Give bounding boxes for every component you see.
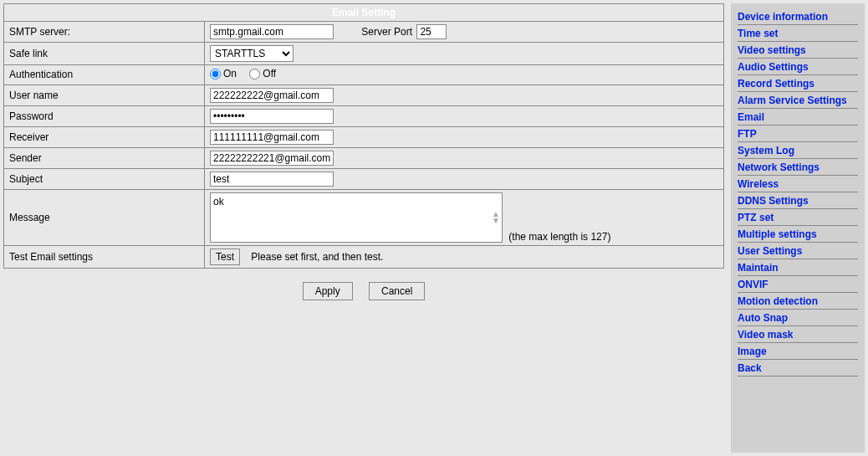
safe-link-select[interactable]: STARTTLS [210,45,294,62]
subject-input[interactable] [210,172,334,187]
message-cell: ok ▲▼ (the max length is 127) [205,189,724,245]
sidebar-item-network-settings[interactable]: Network Settings [738,159,858,176]
receiver-label: Receiver [4,126,205,147]
sidebar-item-image[interactable]: Image [738,343,858,360]
message-label: Message [4,189,205,245]
username-input[interactable] [210,88,334,103]
sidebar-item-device-information[interactable]: Device information [738,8,858,25]
smtp-label: SMTP server: [4,22,205,43]
test-cell: Test Please set first, and then test. [205,245,724,268]
form-title: Email Setting [4,4,724,22]
sidebar-item-multiple-settings[interactable]: Multiple settings [738,226,858,243]
server-port-input[interactable] [416,24,447,39]
sidebar-item-video-settings[interactable]: Video settings [738,42,858,59]
username-label: User name [4,85,205,105]
sidebar: Device information Time set Video settin… [731,3,865,453]
sidebar-item-motion-detection[interactable]: Motion detection [738,293,858,310]
subject-label: Subject [4,168,205,189]
server-port-label: Server Port [361,26,412,38]
sidebar-item-auto-snap[interactable]: Auto Snap [738,310,858,326]
test-hint: Please set first, and then test. [251,251,383,263]
sender-input[interactable] [210,151,334,166]
cancel-button[interactable]: Cancel [369,282,425,300]
sidebar-item-time-set[interactable]: Time set [738,25,858,42]
main-form-area: Email Setting SMTP server: Server Port S… [3,3,724,300]
sidebar-item-wireless[interactable]: Wireless [738,176,858,192]
message-hint: (the max length is 127) [508,231,610,243]
sidebar-item-back[interactable]: Back [738,360,858,377]
sidebar-item-user-settings[interactable]: User Settings [738,243,858,259]
receiver-input[interactable] [210,130,334,145]
sidebar-item-audio-settings[interactable]: Audio Settings [738,59,858,75]
auth-cell: On Off [205,65,724,85]
password-input[interactable] [210,109,334,124]
auth-on-radio[interactable] [210,69,221,79]
sidebar-item-ptz-set[interactable]: PTZ set [738,209,858,226]
sidebar-item-alarm-service-settings[interactable]: Alarm Service Settings [738,92,858,109]
email-settings-table: Email Setting SMTP server: Server Port S… [3,3,724,269]
sidebar-item-email[interactable]: Email [738,109,858,126]
auth-off-option[interactable]: Off [249,68,276,79]
test-label: Test Email settings [4,245,205,268]
button-row: Apply Cancel [3,282,724,300]
auth-off-radio[interactable] [249,69,260,79]
sidebar-item-ftp[interactable]: FTP [738,126,858,142]
sidebar-item-video-mask[interactable]: Video mask [738,326,858,343]
smtp-input[interactable] [210,24,334,39]
apply-button[interactable]: Apply [303,282,353,300]
password-label: Password [4,105,205,126]
auth-label: Authentication [4,65,205,85]
message-textarea[interactable]: ok [210,192,503,243]
safe-link-label: Safe link [4,43,205,65]
auth-on-option[interactable]: On [210,68,237,79]
test-button[interactable]: Test [210,248,240,265]
sidebar-item-maintain[interactable]: Maintain [738,259,858,276]
sidebar-item-system-log[interactable]: System Log [738,142,858,159]
sidebar-item-record-settings[interactable]: Record Settings [738,75,858,92]
safe-link-cell: STARTTLS [205,43,724,65]
sidebar-item-onvif[interactable]: ONVIF [738,276,858,293]
smtp-cell: Server Port [205,22,724,43]
sidebar-item-ddns-settings[interactable]: DDNS Settings [738,192,858,209]
sender-label: Sender [4,147,205,168]
